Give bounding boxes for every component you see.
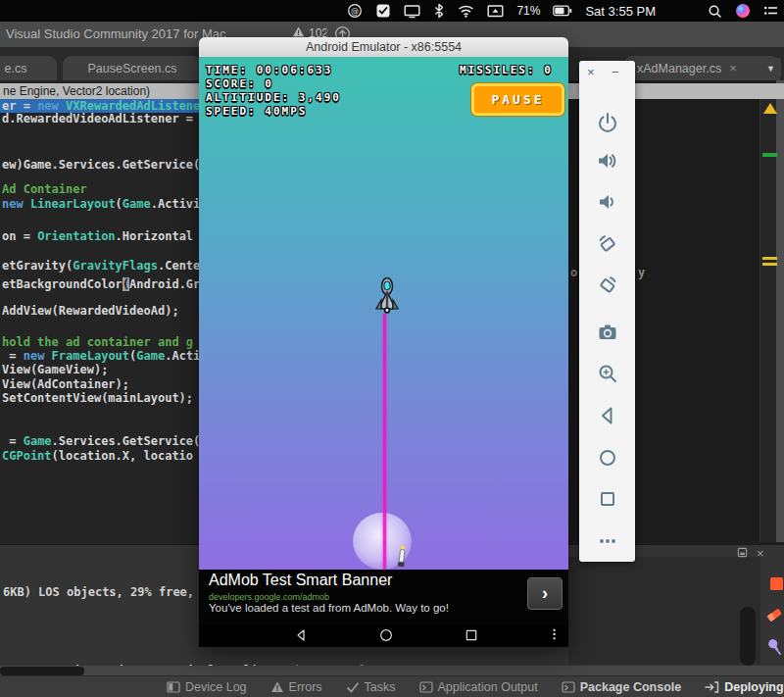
at-circle-icon[interactable]: @ — [347, 3, 363, 19]
rocket-sprite — [375, 277, 399, 323]
annotation-column — [760, 99, 777, 542]
tab-pausescreen-cs[interactable]: PauseScreen.cs — [63, 56, 202, 80]
tab-close-icon[interactable]: × — [729, 61, 737, 75]
code-line: View(GameView); — [2, 363, 108, 376]
android-menu-dots-icon[interactable]: ⋮ — [548, 626, 561, 641]
emulator-game-screen[interactable]: TIME: 00:06:633 SCORE: 0 ALTITIUDE: 3,49… — [199, 57, 568, 570]
macos-menu-bar: @71%Sat 3:55 PM — [0, 0, 784, 22]
admob-banner[interactable]: AdMob Test Smart Banner developers.googl… — [199, 570, 568, 624]
more-icon[interactable] — [596, 529, 619, 553]
rotate-right-icon[interactable] — [596, 274, 619, 297]
code-text-layer[interactable]: er = new VXRewardedAdListener(d.Rewarded… — [0, 80, 199, 544]
stop-button[interactable] — [770, 577, 783, 590]
tab-e-cs[interactable]: e.cs — [0, 56, 57, 80]
status-item-deploying-to-device[interactable]: Deploying to Device — [705, 680, 784, 694]
tab-label: xAdManager.cs — [637, 62, 721, 75]
tab-label: e.cs — [5, 62, 27, 75]
status-label: Deploying to Device — [724, 680, 784, 694]
code-line: Ad Container — [2, 182, 87, 196]
rocket-trail — [383, 314, 386, 570]
android-back-icon[interactable] — [293, 627, 309, 647]
panel-minimize-icon[interactable]: − — [612, 65, 619, 79]
status-item-device-log[interactable]: Device Log — [167, 680, 247, 694]
wifi-icon[interactable] — [458, 4, 474, 18]
notification-list-icon[interactable] — [763, 4, 778, 18]
status-label: Device Log — [185, 680, 247, 694]
overview-icon[interactable] — [596, 487, 619, 511]
status-item-package-console[interactable]: Package Console — [562, 680, 682, 694]
checkbox-icon[interactable] — [375, 3, 391, 19]
emulator-title: Android Emulator - x86:5554 — [306, 40, 462, 54]
pin-output-icon[interactable] — [765, 636, 784, 662]
camera-icon[interactable] — [596, 321, 619, 344]
android-home-icon[interactable] — [378, 627, 394, 647]
yellow-mark-2[interactable] — [762, 263, 777, 266]
screen-share-icon[interactable] — [487, 4, 504, 19]
status-label: Application Output — [438, 680, 538, 694]
green-mark[interactable] — [762, 153, 777, 157]
rotate-left-icon[interactable] — [596, 232, 619, 256]
status-item-application-output[interactable]: Application Output — [419, 680, 538, 694]
hud-speed: SPEED: 40MPS — [206, 105, 307, 118]
ad-url[interactable]: developers.google.com/admob — [209, 592, 329, 602]
siri-icon[interactable] — [735, 3, 751, 19]
ad-body: You've loaded a test ad from AdMob. Way … — [209, 602, 449, 614]
home-icon[interactable] — [596, 446, 619, 470]
code-line: View(AdContainer); — [2, 377, 129, 391]
svg-text:@: @ — [351, 7, 359, 16]
bluetooth-icon[interactable] — [433, 3, 445, 19]
code-line: d.RewardedVideoAdListener = — [2, 112, 193, 125]
android-nav-bar: ⋮ — [199, 624, 568, 647]
device-log-icon — [167, 680, 180, 694]
console-icon — [419, 680, 433, 694]
android-overview-icon[interactable] — [464, 627, 479, 647]
code-line: = Game.Services.GetService( — [2, 434, 199, 448]
pause-button[interactable]: PAUSE — [471, 83, 564, 116]
emulator-title-bar[interactable]: Android Emulator - x86:5554 — [199, 37, 568, 58]
hud-altitude: ALTITIUDE: 3,490 — [206, 91, 341, 104]
dock-pad-icon[interactable] — [737, 544, 748, 562]
search-icon[interactable] — [708, 4, 722, 19]
hud-score: SCORE: 0 — [206, 77, 273, 90]
deploy-icon — [705, 680, 719, 694]
status-label: Tasks — [365, 680, 396, 694]
code-line: er = new VXRewardedAdListener( — [0, 99, 199, 113]
status-label: Package Console — [580, 680, 682, 694]
ide-status-bar: Device LogErrorsTasksApplication OutputP… — [0, 675, 784, 697]
code-line: = new FrameLayout(Game.Acti — [2, 349, 199, 363]
code-line: on = Orientation.Horizontal — [2, 229, 193, 243]
status-item-tasks[interactable]: Tasks — [346, 680, 396, 694]
ad-title: AdMob Test Smart Banner — [209, 572, 392, 589]
power-icon[interactable] — [596, 111, 619, 134]
code-line: hold the ad container and g — [2, 335, 193, 349]
android-emulator-window: Android Emulator - x86:5554 TIME: 00:06:… — [199, 37, 568, 647]
volume-up-icon[interactable] — [596, 149, 619, 173]
volume-down-icon[interactable] — [596, 190, 619, 214]
warning-mark-triangle[interactable] — [763, 103, 777, 114]
display-icon[interactable] — [404, 4, 420, 19]
back-icon[interactable] — [596, 404, 619, 427]
close-pad-icon[interactable]: × — [757, 546, 764, 561]
clear-output-eraser-icon[interactable] — [764, 605, 784, 628]
status-item-errors[interactable]: Errors — [270, 680, 322, 694]
editor-scrollbar-band[interactable] — [776, 80, 784, 542]
tab-overflow-dropdown[interactable]: ▼ — [760, 58, 781, 78]
menu-clock[interactable]: Sat 3:55 PM — [585, 4, 656, 19]
yellow-mark-1[interactable] — [762, 257, 777, 260]
warning-icon — [270, 680, 284, 694]
panel-close-icon[interactable]: × — [587, 65, 595, 79]
hud-missiles: MISSILES: 0 — [460, 64, 553, 76]
code-line: new LinearLayout(Game.Activi — [2, 197, 199, 211]
emulator-toolbar-panel: × − — [579, 61, 635, 562]
code-line: SetContentView(mainLayout); — [2, 391, 193, 405]
zoom-icon[interactable] — [596, 362, 619, 385]
tab-label: PauseScreen.cs — [87, 62, 176, 75]
pad-scrollbar-thumb[interactable] — [740, 607, 756, 666]
tab-admanager[interactable]: xAdManager.cs × — [623, 56, 780, 80]
ad-chevron-button[interactable]: › — [527, 577, 563, 610]
window-title: Visual Studio Community 2017 for Mac — [6, 26, 225, 41]
horizontal-scrollbar-thumb[interactable] — [0, 667, 84, 675]
code-line: etBackgroundColor(Android.Gra — [2, 277, 199, 291]
code-fragment-left: o — [570, 266, 577, 279]
status-label: Errors — [289, 680, 322, 694]
